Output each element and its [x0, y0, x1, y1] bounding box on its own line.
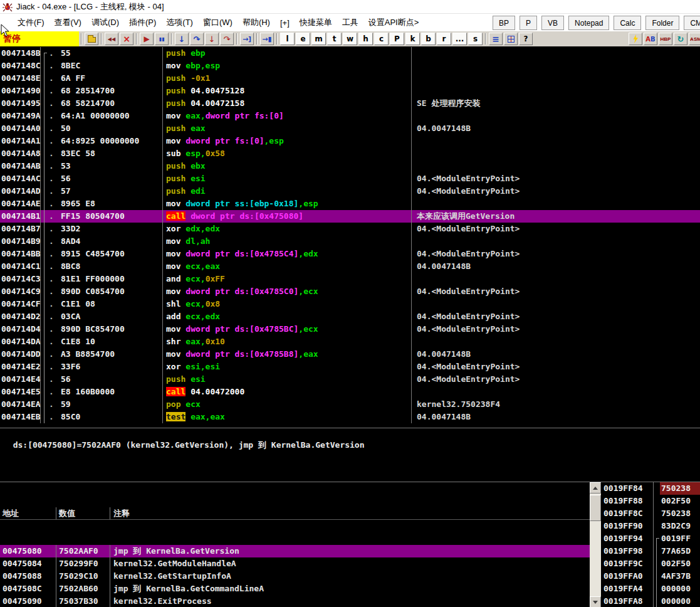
disasm-row[interactable]: 004714E5.E8 160B0000call 04.00472000: [0, 386, 700, 398]
view-button-l[interactable]: l: [280, 33, 295, 45]
disasm-row[interactable]: 004714EB.85C0test eax,eax04.0047148B: [0, 411, 700, 423]
ab-compare-button[interactable]: AB: [644, 33, 657, 45]
disasm-row[interactable]: 004714C3.81E1 FF000000and ecx,0xFF: [0, 273, 700, 285]
stack-row[interactable]: 0019FFA8000000: [601, 595, 700, 607]
stack-row[interactable]: 0019FF84750238: [601, 482, 700, 495]
view-button-more[interactable]: ...: [452, 33, 467, 45]
disasm-row[interactable]: 00471490.68 28514700push 04.00475128: [0, 85, 700, 97]
menu-button-notepad[interactable]: Notepad: [568, 16, 609, 30]
disassembly-pane[interactable]: 0047148B.55push ebp0047148C.8BECmov ebp,…: [0, 46, 700, 428]
disasm-row[interactable]: 004714A1.64:8925 00000000mov dword ptr f…: [0, 135, 700, 147]
view-button-h[interactable]: h: [358, 33, 373, 45]
refresh-button[interactable]: ↻: [674, 33, 687, 45]
disasm-row[interactable]: 004714A8.83EC 58sub esp,0x58: [0, 147, 700, 160]
menu-item[interactable]: 帮助(H): [238, 14, 275, 31]
menu-item[interactable]: 选项(T): [161, 14, 198, 31]
disasm-row[interactable]: 0047148C.8BECmov ebp,esp: [0, 60, 700, 72]
view-button-b[interactable]: b: [421, 33, 436, 45]
disasm-row[interactable]: 00471495.68 58214700push 04.00472158SE 处…: [0, 97, 700, 110]
stack-row[interactable]: 0019FF8C750238: [601, 507, 700, 520]
disasm-row[interactable]: 004714EA.59pop ecxkernel32.750238F4: [0, 398, 700, 411]
animate-into-button[interactable]: ↓: [205, 33, 219, 45]
disasm-row[interactable]: 004714B9.8AD4mov dl,ah: [0, 235, 700, 248]
disasm-row[interactable]: 004714AC.56push esi04.<ModuleEntryPoint>: [0, 172, 700, 185]
help-button[interactable]: ?: [519, 33, 533, 45]
view-button-w[interactable]: w: [343, 33, 357, 45]
disasm-row[interactable]: 004714CF.C1E1 08shl ecx,0x8: [0, 298, 700, 310]
dump-row[interactable]: 00475084750299F0kernel32.GetModuleHandle…: [0, 557, 590, 570]
menu-button-cm[interactable]: CM: [684, 16, 700, 30]
menu-button-vb[interactable]: VB: [541, 16, 564, 30]
disasm-row[interactable]: 0047148E.6A FFpush -0x1: [0, 72, 700, 85]
run-button[interactable]: ▶: [140, 33, 154, 45]
menu-button-calc[interactable]: Calc: [614, 16, 641, 30]
view-button-P[interactable]: P: [390, 33, 404, 45]
view-button-r[interactable]: r: [437, 33, 451, 45]
menu-item[interactable]: 快捷菜单: [295, 14, 337, 31]
disasm-row[interactable]: 0047148B.55push ebp: [0, 47, 700, 60]
dump-row[interactable]: 0047508875029C10kernel32.GetStartupInfoA: [0, 570, 590, 583]
stack-row[interactable]: 0019FF9083D2C9: [601, 520, 700, 532]
open-file-button[interactable]: [85, 33, 98, 45]
disasm-row[interactable]: 004714DA.C1E8 10shr eax,0x10: [0, 335, 700, 348]
scroll-down-button[interactable]: [590, 596, 601, 607]
disasm-row[interactable]: 004714A0.50push eax04.0047148B: [0, 122, 700, 135]
stack-row[interactable]: 0019FFA4000000: [601, 583, 700, 595]
view-button-s[interactable]: s: [468, 33, 483, 45]
scrollbar-thumb[interactable]: [590, 495, 601, 521]
stack-pane[interactable]: 0019FF847502380019FF88002F500019FF8C7502…: [601, 482, 700, 607]
menu-button-folder[interactable]: Folder: [645, 16, 679, 30]
hbp-button[interactable]: HBP: [659, 33, 672, 45]
menu-item[interactable]: 文件(F): [13, 14, 50, 31]
stack-row[interactable]: 0019FF88002F50: [601, 495, 700, 507]
magic-skip-button[interactable]: [629, 33, 642, 45]
menu-item[interactable]: 调试(D): [86, 14, 124, 31]
stack-row[interactable]: 0019FF9877A65D: [601, 545, 700, 557]
close-process-button[interactable]: ×: [120, 33, 133, 45]
disasm-row[interactable]: 004714AB.53push ebx: [0, 160, 700, 172]
menu-item[interactable]: 插件(P): [124, 14, 161, 31]
animate-over-button[interactable]: ↷: [220, 33, 234, 45]
disasm-row[interactable]: 004714AD.57push edi04.<ModuleEntryPoint>: [0, 185, 700, 198]
disasm-row[interactable]: 004714E2.33F6xor esi,esi04.<ModuleEntryP…: [0, 361, 700, 373]
step-into-button[interactable]: ↓: [175, 33, 189, 45]
menu-item[interactable]: 工具: [337, 14, 363, 31]
disasm-row[interactable]: 004714C9.890D C0854700mov dword ptr ds:[…: [0, 285, 700, 298]
execute-till-return-button[interactable]: →]: [240, 33, 254, 45]
dump-row[interactable]: 004750807502AAF0jmp 到 KernelBa.GetVersio…: [0, 545, 590, 557]
stack-row[interactable]: 0019FF940019FF: [601, 532, 700, 545]
disasm-row[interactable]: 004714BB.8915 C4854700mov dword ptr ds:[…: [0, 248, 700, 260]
pause-button[interactable]: ▮▮: [155, 33, 169, 45]
disasm-row[interactable]: 004714AE.8965 E8mov dword ptr ss:[ebp-0x…: [0, 198, 700, 210]
windows-button[interactable]: [504, 33, 518, 45]
stack-row[interactable]: 0019FFA04AF37B: [601, 570, 700, 583]
view-button-k[interactable]: k: [405, 33, 420, 45]
step-over-button[interactable]: ↷: [190, 33, 204, 45]
execute-till-user-button[interactable]: →▮: [260, 33, 274, 45]
stack-row[interactable]: 0019FF9C002F50: [601, 557, 700, 570]
menu-item[interactable]: 窗口(W): [198, 14, 238, 31]
log-button[interactable]: ≡: [489, 33, 503, 45]
disasm-row[interactable]: 004714D2.03CAadd ecx,edx04.<ModuleEntryP…: [0, 310, 700, 323]
disasm-row[interactable]: 004714C1.8BC8mov ecx,eax04.0047148B: [0, 260, 700, 273]
scroll-up-button[interactable]: [590, 482, 601, 494]
dump-pane[interactable]: 地址 数值 注释 004750807502AAF0jmp 到 KernelBa.…: [0, 482, 590, 607]
dump-row[interactable]: 0047509075037B30kernel32.ExitProcess: [0, 595, 590, 607]
menu-item[interactable]: 设置API断点>: [363, 14, 424, 31]
dump-scrollbar[interactable]: [590, 482, 601, 607]
view-button-c[interactable]: c: [374, 33, 389, 45]
disasm-row[interactable]: 004714B1.FF15 80504700call dword ptr ds:…: [0, 210, 700, 223]
disasm-row[interactable]: 004714D4.890D BC854700mov dword ptr ds:[…: [0, 323, 700, 335]
menu-button-bp[interactable]: BP: [493, 16, 515, 30]
asm-button[interactable]: ASM: [689, 33, 700, 45]
disasm-row[interactable]: 004714B7.33D2xor edx,edx04.<ModuleEntryP…: [0, 223, 700, 235]
menu-button-p[interactable]: P: [520, 16, 537, 30]
disasm-row[interactable]: 004714E4.56push esi04.<ModuleEntryPoint>: [0, 373, 700, 386]
restart-button[interactable]: ◀◀: [105, 33, 118, 45]
view-button-m[interactable]: m: [311, 33, 326, 45]
menu-item[interactable]: [+]: [275, 16, 295, 30]
view-button-t[interactable]: t: [327, 33, 342, 45]
disasm-row[interactable]: 0047149A.64:A1 00000000mov eax,dword ptr…: [0, 110, 700, 122]
view-button-e[interactable]: e: [296, 33, 310, 45]
dump-row[interactable]: 0047508C7502AB60jmp 到 KernelBa.GetComman…: [0, 583, 590, 595]
